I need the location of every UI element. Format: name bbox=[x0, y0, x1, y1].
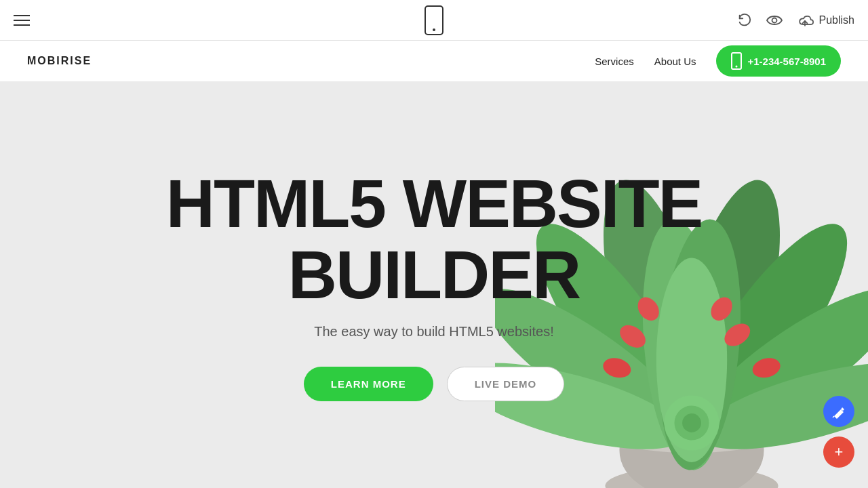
svg-line-26 bbox=[833, 416, 834, 418]
phone-number: +1-234-567-8901 bbox=[747, 56, 826, 67]
learn-more-button[interactable]: LEARN MORE bbox=[304, 367, 433, 401]
toolbar: Publish bbox=[0, 0, 868, 41]
hero-section: HTML5 WEBSITE BUILDER The easy way to bu… bbox=[0, 81, 868, 488]
publish-button[interactable]: Publish bbox=[796, 14, 854, 27]
svg-point-3 bbox=[736, 66, 738, 68]
fab-add-button[interactable]: + bbox=[823, 436, 854, 468]
hamburger-menu-icon[interactable] bbox=[14, 15, 30, 26]
nav-link-about[interactable]: About Us bbox=[654, 56, 696, 67]
phone-icon bbox=[731, 52, 742, 70]
hero-buttons: LEARN MORE LIVE DEMO bbox=[304, 367, 564, 401]
live-demo-button[interactable]: LIVE DEMO bbox=[447, 367, 565, 401]
eye-preview-icon[interactable] bbox=[766, 12, 783, 28]
site-logo: MOBIRISE bbox=[27, 55, 92, 67]
svg-point-25 bbox=[682, 413, 701, 432]
edit-icon bbox=[831, 404, 846, 419]
undo-icon[interactable] bbox=[736, 12, 753, 28]
fab-edit-button[interactable] bbox=[823, 396, 854, 427]
nav-link-services[interactable]: Services bbox=[595, 56, 634, 67]
preview-area: MOBIRISE Services About Us +1-234-567-89… bbox=[0, 41, 868, 488]
svg-point-0 bbox=[772, 18, 776, 22]
toolbar-right: Publish bbox=[736, 12, 854, 28]
hero-subtitle: The easy way to build HTML5 websites! bbox=[314, 324, 554, 340]
publish-label: Publish bbox=[819, 14, 854, 26]
hero-title: HTML5 WEBSITE BUILDER bbox=[166, 168, 703, 310]
toolbar-left bbox=[14, 15, 30, 26]
site-nav: MOBIRISE Services About Us +1-234-567-89… bbox=[0, 41, 868, 81]
mobile-preview-icon[interactable] bbox=[425, 5, 443, 35]
add-icon: + bbox=[835, 443, 844, 461]
nav-phone-button[interactable]: +1-234-567-8901 bbox=[716, 45, 841, 77]
site-nav-links: Services About Us +1-234-567-8901 bbox=[595, 45, 841, 77]
toolbar-center bbox=[425, 5, 443, 35]
